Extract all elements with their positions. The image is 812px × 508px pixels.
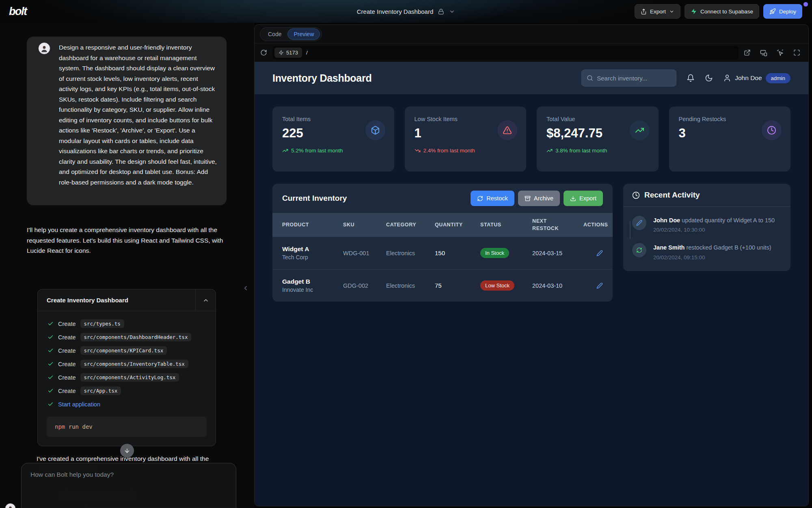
artifact-card: Create Inventory Dashboard Create src/ty… — [37, 289, 216, 446]
user-name: John Doe — [735, 74, 762, 82]
product-supplier: Innovate Inc — [282, 287, 343, 293]
step-file-path[interactable]: src/components/DashboardHeader.tsx — [80, 333, 192, 341]
activity-timestamp: 20/02/2024, 09:15:00 — [653, 254, 771, 261]
search-box — [581, 69, 676, 87]
edit-pencil-icon[interactable] — [596, 282, 603, 289]
step-file-path[interactable]: src/types.ts — [80, 319, 124, 328]
port-number: 5173 — [286, 50, 298, 56]
table-header-row: PRODUCT SKU CATEGORY QUANTITY STATUS NEX… — [272, 213, 613, 237]
supabase-label: Connect to Supabase — [700, 9, 753, 15]
project-title-group[interactable]: Create Inventory Dashboard — [357, 0, 455, 23]
user-message-text: Design a responsive and user-friendly in… — [59, 42, 217, 187]
notifications-bell-icon[interactable] — [687, 74, 695, 82]
product-name: Widget A — [282, 245, 343, 253]
tab-code[interactable]: Code — [262, 28, 287, 40]
workbench-panel: Code Preview 5173 / Inventory Dashboard — [254, 24, 809, 506]
user-chip[interactable]: John Doe admin — [723, 73, 790, 83]
port-pill[interactable]: 5173 — [274, 48, 302, 58]
kpi-trend-text: 2.4% from last month — [423, 148, 475, 154]
artifact-step[interactable]: Create src/components/KPICard.tsx — [38, 344, 216, 357]
artifact-step[interactable]: Create src/components/ActivityLog.tsx — [38, 371, 216, 384]
restock-button[interactable]: Restock — [471, 191, 514, 206]
step-file-path[interactable]: src/App.tsx — [80, 386, 121, 395]
status-badge: In Stock — [480, 248, 509, 258]
preview-frame: Inventory Dashboard John Doe admin — [255, 62, 808, 506]
start-application-step[interactable]: Start application — [38, 397, 216, 411]
trending-up-icon — [635, 126, 644, 135]
lock-icon — [438, 9, 444, 15]
chevron-down-icon — [669, 9, 674, 14]
dark-mode-moon-icon[interactable] — [705, 74, 713, 82]
clock-icon — [632, 191, 640, 199]
check-icon — [48, 374, 54, 380]
responsive-devices-icon[interactable] — [760, 49, 767, 56]
check-icon — [48, 347, 54, 354]
artifact-step[interactable]: Create src/types.ts — [38, 317, 216, 330]
export-csv-button[interactable]: Export — [564, 191, 603, 206]
cell-category: Electronics — [386, 250, 435, 256]
activity-action: restocked Gadget B (+100 units) — [686, 244, 771, 251]
reload-icon[interactable] — [260, 49, 267, 56]
tab-preview[interactable]: Preview — [287, 28, 320, 40]
download-icon — [570, 195, 576, 202]
activity-title: Recent Activity — [644, 191, 700, 200]
activity-item: John Doe updated quantity of Widget A to… — [632, 216, 782, 233]
url-path[interactable]: / — [306, 50, 308, 56]
cell-next-restock: 2024-03-10 — [532, 282, 583, 289]
activity-action: updated quantity of Widget A to 150 — [682, 217, 775, 224]
export-label: Export — [650, 9, 666, 15]
inspector-pointer-icon[interactable] — [777, 49, 784, 56]
current-inventory-card: Current Inventory Restock Archive — [272, 184, 613, 302]
export-label: Export — [579, 195, 596, 202]
kpi-grid: Total Items 225 5.2% from last month Low… — [272, 106, 790, 172]
artifact-step[interactable]: Create src/components/InventoryTable.tsx — [38, 357, 216, 371]
edit-pencil-icon[interactable] — [596, 250, 603, 256]
kpi-card-pending-restocks: Pending Restocks 3 — [669, 106, 791, 172]
activity-user: John Doe — [653, 217, 680, 224]
share-icon — [641, 9, 647, 15]
terminal-command-box: npm run dev — [47, 417, 207, 437]
connect-supabase-button[interactable]: Connect to Supabase — [685, 4, 759, 19]
recent-activity-card: Recent Activity John Doe updated quantit… — [623, 184, 790, 271]
artifact-collapse-button[interactable] — [195, 289, 216, 311]
step-verb: Create — [58, 321, 76, 327]
step-verb: Create — [58, 361, 76, 367]
cell-quantity: 150 — [435, 250, 480, 256]
url-box[interactable]: 5173 / — [272, 46, 739, 59]
step-verb: Create — [58, 374, 76, 381]
timeline-connector — [630, 221, 631, 239]
edit-pencil-icon — [636, 220, 642, 226]
cell-sku: WDG-001 — [343, 250, 386, 256]
deploy-button[interactable]: Deploy — [763, 4, 802, 19]
table-row: Widget A Tech Corp WDG-001 Electronics 1… — [272, 237, 613, 269]
search-input[interactable] — [597, 75, 671, 82]
artifact-step[interactable]: Create src/App.tsx — [38, 384, 216, 397]
step-file-path[interactable]: src/components/KPICard.tsx — [80, 346, 167, 355]
chevron-down-icon[interactable] — [449, 9, 455, 15]
step-verb: Create — [58, 334, 76, 341]
artifact-step[interactable]: Create src/components/DashboardHeader.ts… — [38, 330, 216, 344]
archive-label: Archive — [534, 195, 553, 202]
artifact-title: Create Inventory Dashboard — [38, 289, 195, 311]
page-title: Inventory Dashboard — [272, 72, 371, 84]
cell-category: Electronics — [386, 282, 435, 289]
collapse-chat-chevron-icon[interactable] — [242, 284, 249, 292]
open-in-new-tab-icon[interactable] — [744, 49, 751, 56]
kpi-label: Total Items — [282, 116, 384, 122]
dashboard-main: Total Items 225 5.2% from last month Low… — [255, 94, 808, 506]
step-file-path[interactable]: src/components/InventoryTable.tsx — [80, 360, 188, 368]
chat-input[interactable] — [22, 463, 236, 498]
package-icon — [371, 126, 380, 135]
code-preview-toggle: Code Preview — [260, 27, 322, 41]
step-file-path[interactable]: src/components/ActivityLog.tsx — [80, 373, 179, 382]
trending-down-icon — [415, 148, 421, 154]
archive-button[interactable]: Archive — [518, 191, 560, 206]
check-icon — [48, 401, 54, 407]
export-button[interactable]: Export — [635, 4, 680, 19]
kpi-card-total-value: Total Value $8,247.75 3.8% from last mon… — [537, 106, 659, 172]
kpi-label: Pending Restocks — [679, 116, 781, 122]
account-avatar[interactable] — [5, 503, 16, 508]
check-icon — [48, 388, 54, 394]
fullscreen-icon[interactable] — [793, 49, 800, 56]
supabase-bolt-icon — [691, 8, 697, 15]
